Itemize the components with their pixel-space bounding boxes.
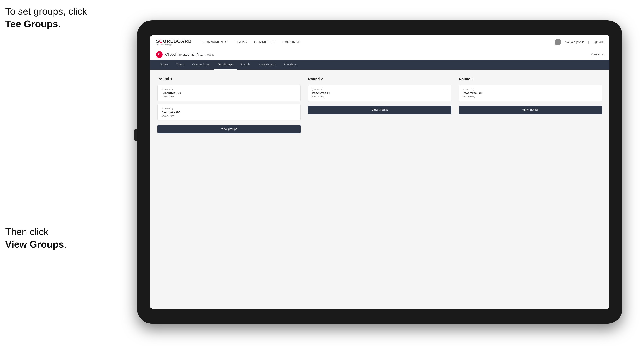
round-2-course-a-name: Peachtree GC xyxy=(312,92,447,95)
rounds-grid: Round 1 (Course A) Peachtree GC Stroke P… xyxy=(158,77,602,133)
instruction-bottom-period: . xyxy=(64,239,66,250)
round-3-course-a-name: Peachtree GC xyxy=(463,92,598,95)
tab-printables[interactable]: Printables xyxy=(280,60,300,70)
round-3-title: Round 3 xyxy=(459,77,602,81)
tournament-logo-letter: C xyxy=(158,52,160,56)
round-1-column: Round 1 (Course A) Peachtree GC Stroke P… xyxy=(158,77,300,133)
round-1-course-a-name: Peachtree GC xyxy=(161,92,297,95)
round-3-course-a-format: Stroke Play xyxy=(463,95,598,98)
cancel-button[interactable]: Cancel × xyxy=(592,53,604,56)
instruction-top: To set groups, click Tee Groups. xyxy=(5,5,87,30)
tab-bar: Details Teams Course Setup Tee Groups Re… xyxy=(150,60,609,70)
round-2-column: Round 2 (Course A) Peachtree GC Stroke P… xyxy=(308,77,451,133)
logo-sub: Powered by clippit xyxy=(156,43,192,46)
tab-tee-groups[interactable]: Tee Groups xyxy=(214,60,237,70)
nav-separator: | xyxy=(588,40,589,44)
tab-details[interactable]: Details xyxy=(156,60,172,70)
tablet-frame: SCOREBOARD Powered by clippit TOURNAMENT… xyxy=(137,20,622,324)
user-avatar xyxy=(554,39,561,45)
round-2-view-groups-button[interactable]: View groups xyxy=(308,106,451,114)
instruction-bottom-line2: View Groups xyxy=(5,239,64,250)
round-1-course-a-card: (Course A) Peachtree GC Stroke Play xyxy=(158,85,300,101)
tablet-screen: SCOREBOARD Powered by clippit TOURNAMENT… xyxy=(150,35,609,309)
nav-teams[interactable]: TEAMS xyxy=(235,40,247,44)
tab-results[interactable]: Results xyxy=(237,60,254,70)
logo-area: SCOREBOARD Powered by clippit xyxy=(156,39,192,46)
round-3-course-a-card: (Course A) Peachtree GC Stroke Play xyxy=(459,85,602,101)
round-2-title: Round 2 xyxy=(308,77,451,81)
instruction-top-line2: Tee Groups xyxy=(5,18,58,29)
round-3-view-groups-button[interactable]: View groups xyxy=(459,106,602,114)
round-1-course-b-format: Stroke Play xyxy=(161,115,297,117)
round-1-course-a-format: Stroke Play xyxy=(161,95,297,98)
nav-committee[interactable]: COMMITTEE xyxy=(254,40,275,44)
round-1-title: Round 1 xyxy=(158,77,300,81)
round-1-course-a-label: (Course A) xyxy=(161,88,297,91)
nav-right: blair@clippd.io | Sign out xyxy=(554,39,604,45)
tournament-logo-icon: C xyxy=(156,51,162,58)
instruction-top-period: . xyxy=(58,18,60,29)
tab-teams[interactable]: Teams xyxy=(172,60,188,70)
logo-scoreboard: SCOREBOARD xyxy=(156,39,192,44)
hosting-badge: Hosting xyxy=(206,53,214,56)
instruction-bottom: Then click View Groups. xyxy=(5,226,66,251)
round-1-view-groups-button[interactable]: View groups xyxy=(158,125,300,133)
round-3-column: Round 3 (Course A) Peachtree GC Stroke P… xyxy=(459,77,602,133)
top-nav: SCOREBOARD Powered by clippit TOURNAMENT… xyxy=(150,35,609,49)
round-3-course-a-label: (Course A) xyxy=(463,88,598,91)
tab-leaderboards[interactable]: Leaderboards xyxy=(254,60,280,70)
round-1-course-b-label: (Course B) xyxy=(161,107,297,110)
sub-header: C Clippd Invitational (M... Hosting Canc… xyxy=(150,49,609,60)
round-1-course-b-card: (Course B) East Lake GC Stroke Play xyxy=(158,104,300,120)
main-content: Round 1 (Course A) Peachtree GC Stroke P… xyxy=(150,70,609,309)
round-2-course-a-card: (Course A) Peachtree GC Stroke Play xyxy=(308,85,451,101)
round-1-course-b-name: East Lake GC xyxy=(161,111,297,114)
nav-rankings[interactable]: RANKINGS xyxy=(282,40,300,44)
round-2-course-a-format: Stroke Play xyxy=(312,95,447,98)
instruction-bottom-line1: Then click xyxy=(5,226,48,237)
instruction-top-line1: To set groups, click xyxy=(5,6,87,17)
nav-tournaments[interactable]: TOURNAMENTS xyxy=(200,40,227,44)
tournament-name: Clippd Invitational (M... Hosting xyxy=(165,52,592,57)
round-2-course-a-label: (Course A) xyxy=(312,88,447,91)
user-email: blair@clippd.io xyxy=(565,40,584,44)
sign-out-link[interactable]: Sign out xyxy=(592,40,604,44)
tab-course-setup[interactable]: Course Setup xyxy=(188,60,214,70)
nav-links: TOURNAMENTS TEAMS COMMITTEE RANKINGS xyxy=(200,40,554,44)
